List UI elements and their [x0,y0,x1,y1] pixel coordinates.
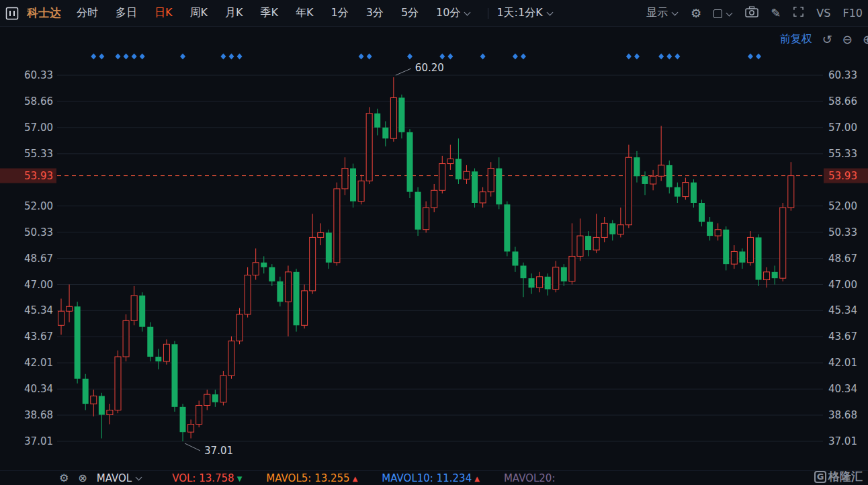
zoom-in-icon[interactable]: ⊕ [863,32,868,46]
svg-text:42.01: 42.01 [24,357,53,369]
display-button[interactable]: 显示 [646,6,679,20]
toolbar-tab-5[interactable]: 季K [261,6,279,20]
chart-area: 60.3360.3358.6658.6657.0057.0055.3355.33… [0,27,868,470]
svg-text:42.01: 42.01 [828,357,857,369]
svg-text:37.01: 37.01 [828,435,857,447]
svg-text:37.01: 37.01 [204,445,233,457]
vs-button[interactable]: VS [816,7,830,19]
toolbar-tab-1[interactable]: 多日 [116,6,137,20]
toolbar-tab-6[interactable]: 年K [296,6,314,20]
toolbar-right-cluster: 显示 ⚙ ✎ VS F10 [646,6,864,20]
svg-text:52.00: 52.00 [828,200,857,212]
toolbar-tabs: 分时多日日K周K月K季K年K1分3分5分10分 [68,6,480,20]
indicator-selector-label: MAVOL [97,472,132,484]
draw-pencil-icon[interactable]: ✎ [771,7,781,19]
svg-text:38.68: 38.68 [828,409,857,421]
undo-icon[interactable]: ↺ [822,32,832,46]
period-selector-label: 1天:1分K [496,6,542,19]
svg-text:40.34: 40.34 [24,383,53,395]
svg-text:50.33: 50.33 [828,226,857,238]
settings-gear-icon[interactable]: ⚙ [691,7,701,19]
toolbar-tab-0[interactable]: 分时 [77,6,98,20]
vol-indicator: VOL: 13.758▼ [172,472,242,484]
svg-text:58.66: 58.66 [24,95,53,107]
toolbar-tab-9[interactable]: 5分 [401,6,419,20]
svg-text:60.33: 60.33 [828,69,857,81]
vol-label: VOL: [172,472,196,484]
watermark-g-icon: G [814,471,826,483]
mavol5-indicator: MAVOL5: 13.255▲ [266,472,357,484]
adjust-mode-button[interactable]: 前复权 [780,32,812,46]
fullscreen-icon[interactable] [793,6,804,20]
toolbar-tab-2[interactable]: 日K [155,6,173,20]
svg-text:48.67: 48.67 [828,253,857,265]
toolbar-tab-8[interactable]: 3分 [366,6,384,20]
candlestick-chart[interactable]: 60.3360.3358.6658.6657.0057.0055.3355.33… [0,27,868,470]
f10-button[interactable]: F10 [842,7,863,19]
chevron-down-icon [546,9,553,15]
svg-text:60.20: 60.20 [415,62,444,74]
svg-text:47.00: 47.00 [24,279,53,291]
indicator-gear-icon[interactable]: ⚙ [59,472,69,484]
svg-text:55.33: 55.33 [24,148,53,160]
chevron-down-icon [726,9,733,16]
indicator-bar: ⚙ ⊗ MAVOL VOL: 13.758▼ MAVOL5: 13.255▲ M… [0,470,868,485]
svg-text:55.33: 55.33 [828,148,857,160]
layout-button[interactable] [713,7,733,19]
watermark-text: 格隆汇 [828,469,863,484]
watermark-logo: G 格隆汇 [814,469,863,484]
chevron-down-icon [464,9,471,15]
svg-text:52.00: 52.00 [24,200,53,212]
svg-text:60.33: 60.33 [24,69,53,81]
mavol10-label: MAVOL10: [382,472,433,484]
chevron-down-icon [136,474,142,481]
vol-arrow-icon: ▼ [237,475,243,482]
toolbar-tab-10[interactable]: 10分 [436,6,471,20]
app-logo-icon[interactable] [5,7,19,20]
indicator-close-icon[interactable]: ⊗ [78,472,87,484]
period-selector[interactable]: 1天:1分K [496,6,553,20]
toolbar-tab-4[interactable]: 月K [225,6,243,20]
svg-text:57.00: 57.00 [24,122,53,134]
svg-text:57.00: 57.00 [828,122,857,134]
display-button-label: 显示 [646,6,668,19]
indicator-selector[interactable]: MAVOL [97,472,142,484]
svg-text:50.33: 50.33 [24,226,53,238]
svg-text:45.34: 45.34 [828,304,857,316]
mavol20-label: MAVOL20: [504,472,556,484]
svg-text:53.93: 53.93 [24,170,53,182]
svg-text:43.67: 43.67 [24,330,53,343]
toolbar-tab-7[interactable]: 1分 [331,6,349,20]
svg-text:53.93: 53.93 [828,170,857,182]
stock-name[interactable]: 科士达 [27,5,61,21]
toolbar: 科士达 分时多日日K周K月K季K年K1分3分5分10分 1天:1分K 显示 ⚙ … [0,0,868,27]
svg-text:43.67: 43.67 [828,330,857,343]
mavol10-arrow-icon: ▲ [474,475,480,482]
layout-square-icon [713,9,722,18]
mavol5-arrow-icon: ▲ [353,475,358,482]
svg-text:48.67: 48.67 [24,253,53,265]
chart-controls: 前复权 ↺ ⊖ ⊕ [780,32,868,46]
chevron-down-icon [672,9,679,15]
mavol10-indicator: MAVOL10: 11.234▲ [382,472,480,484]
screenshot-camera-icon[interactable] [745,6,758,20]
mavol10-value: 11.234 [437,472,472,484]
zoom-out-icon[interactable]: ⊖ [842,32,853,46]
svg-text:37.01: 37.01 [24,435,53,447]
mavol5-label: MAVOL5: [266,472,311,484]
svg-text:58.66: 58.66 [828,95,857,107]
vol-value: 13.758 [199,472,234,484]
toolbar-tab-3[interactable]: 周K [190,6,208,20]
toolbar-divider [488,8,488,19]
svg-text:47.00: 47.00 [828,279,857,291]
mavol20-indicator: MAVOL20: [504,472,556,484]
svg-text:45.34: 45.34 [24,304,53,316]
mavol5-value: 13.255 [314,472,350,484]
svg-text:40.34: 40.34 [828,383,857,395]
svg-text:38.68: 38.68 [24,409,53,421]
